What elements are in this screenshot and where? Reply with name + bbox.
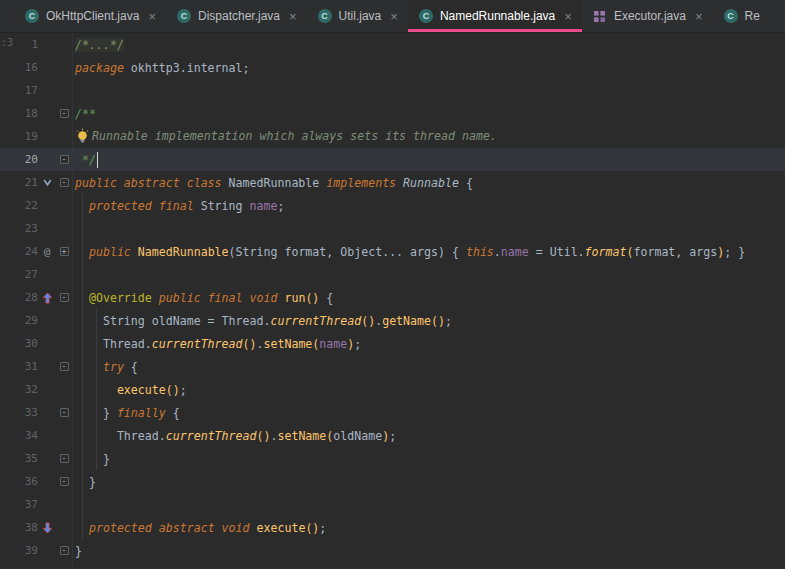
- line-number[interactable]: 39: [0, 544, 38, 557]
- at-sign-marker-icon[interactable]: @: [38, 240, 56, 263]
- fold-marker[interactable]: -: [56, 447, 72, 470]
- editor-body[interactable]: :3 1/*...*/16package okhttp3.internal;17…: [0, 33, 785, 569]
- code-text[interactable]: Thread.currentThread().setName(oldName);: [72, 429, 785, 443]
- line-number[interactable]: 32: [0, 383, 38, 396]
- line-number[interactable]: 37: [0, 498, 38, 511]
- code-text[interactable]: }: [72, 452, 785, 466]
- fold-end-icon[interactable]: -: [60, 477, 69, 486]
- tab-okhttpclient-java[interactable]: COkHttpClient.java×: [14, 0, 166, 32]
- code-text[interactable]: Thread.currentThread().setName(name);: [72, 337, 785, 351]
- line-number[interactable]: 38: [0, 521, 38, 534]
- code-line-29[interactable]: 29 String oldName = Thread.currentThread…: [0, 309, 785, 332]
- code-line-34[interactable]: 34 Thread.currentThread().setName(oldNam…: [0, 424, 785, 447]
- code-line-28[interactable]: 28- @Override public final void run() {: [0, 286, 785, 309]
- code-line-23[interactable]: 23: [0, 217, 785, 240]
- code-line-22[interactable]: 22 protected final String name;: [0, 194, 785, 217]
- fold-start-icon[interactable]: -: [60, 293, 69, 302]
- line-number[interactable]: 28: [0, 291, 38, 304]
- code-line-37[interactable]: 37: [0, 493, 785, 516]
- fold-marker[interactable]: -: [56, 102, 72, 125]
- fold-start-icon[interactable]: -: [60, 109, 69, 118]
- code-line-36[interactable]: 36- }: [0, 470, 785, 493]
- code-text[interactable]: /**: [72, 107, 785, 121]
- line-number[interactable]: 1: [0, 38, 38, 51]
- fold-folded-icon[interactable]: +: [60, 247, 69, 256]
- code-text[interactable]: public abstract class NamedRunnable impl…: [72, 176, 785, 190]
- tab-re[interactable]: CRe: [713, 0, 770, 32]
- line-number[interactable]: 36: [0, 475, 38, 488]
- tab-close-icon[interactable]: ×: [390, 10, 398, 23]
- line-number[interactable]: 17: [0, 84, 38, 97]
- code-line-20[interactable]: 20- */: [0, 148, 785, 171]
- code-text[interactable]: }: [72, 475, 785, 489]
- implemented-method-icon[interactable]: [38, 516, 56, 539]
- code-line-17[interactable]: 17: [0, 79, 785, 102]
- code-line-24[interactable]: 24@+ public NamedRunnable(String format,…: [0, 240, 785, 263]
- fold-start-icon[interactable]: -: [60, 178, 69, 187]
- fold-marker[interactable]: -: [56, 470, 72, 493]
- fold-marker[interactable]: -: [56, 539, 72, 562]
- fold-marker[interactable]: -: [56, 286, 72, 309]
- code-text[interactable]: execute();: [72, 383, 785, 397]
- tab-close-icon[interactable]: ×: [695, 10, 703, 23]
- line-number[interactable]: 21: [0, 176, 38, 189]
- line-number[interactable]: 35: [0, 452, 38, 465]
- tab-close-icon[interactable]: ×: [289, 10, 297, 23]
- fold-start-icon[interactable]: -: [60, 408, 69, 417]
- tab-dispatcher-java[interactable]: CDispatcher.java×: [166, 0, 307, 32]
- subclassed-marker-icon[interactable]: [38, 171, 56, 194]
- fold-marker[interactable]: -: [56, 171, 72, 194]
- line-number[interactable]: 24: [0, 245, 38, 258]
- code-line-32[interactable]: 32 execute();: [0, 378, 785, 401]
- code-line-1[interactable]: 1/*...*/: [0, 33, 785, 56]
- tab-close-icon[interactable]: ×: [148, 10, 156, 23]
- code-line-31[interactable]: 31- try {: [0, 355, 785, 378]
- code-text[interactable]: */: [72, 152, 785, 168]
- line-number[interactable]: 30: [0, 337, 38, 350]
- line-number[interactable]: 31: [0, 360, 38, 373]
- line-number[interactable]: 34: [0, 429, 38, 442]
- code-text[interactable]: String oldName = Thread.currentThread().…: [72, 314, 785, 328]
- code-line-21[interactable]: 21-public abstract class NamedRunnable i…: [0, 171, 785, 194]
- fold-marker[interactable]: -: [56, 355, 72, 378]
- code-text[interactable]: @Override public final void run() {: [72, 291, 785, 305]
- fold-marker[interactable]: -: [56, 401, 72, 424]
- code-text[interactable]: protected abstract void execute();: [72, 521, 785, 535]
- line-number[interactable]: 19: [0, 130, 38, 143]
- tab-namedrunnable-java[interactable]: CNamedRunnable.java×: [408, 0, 582, 32]
- code-line-19[interactable]: 19Runnable implementation which always s…: [0, 125, 785, 148]
- tab-close-icon[interactable]: ×: [564, 10, 572, 23]
- line-number[interactable]: 27: [0, 268, 38, 281]
- code-line-33[interactable]: 33- } finally {: [0, 401, 785, 424]
- code-text[interactable]: /*...*/: [72, 38, 785, 52]
- code-text[interactable]: public NamedRunnable(String format, Obje…: [72, 245, 785, 259]
- code-line-18[interactable]: 18-/**: [0, 102, 785, 125]
- line-number[interactable]: 23: [0, 222, 38, 235]
- code-line-27[interactable]: 27: [0, 263, 785, 286]
- line-number[interactable]: 33: [0, 406, 38, 419]
- line-number[interactable]: 20: [0, 153, 38, 166]
- tab-util-java[interactable]: CUtil.java×: [307, 0, 408, 32]
- fold-end-icon[interactable]: -: [60, 546, 69, 555]
- code-text[interactable]: Runnable implementation which always set…: [72, 128, 785, 145]
- tab-executor-java[interactable]: Executor.java×: [582, 0, 713, 32]
- fold-end-icon[interactable]: -: [60, 454, 69, 463]
- fold-marker[interactable]: +: [56, 240, 72, 263]
- line-number[interactable]: 22: [0, 199, 38, 212]
- fold-start-icon[interactable]: -: [60, 362, 69, 371]
- line-number[interactable]: 18: [0, 107, 38, 120]
- code-text[interactable]: protected final String name;: [72, 199, 785, 213]
- code-text[interactable]: package okhttp3.internal;: [72, 61, 785, 75]
- overriding-method-icon[interactable]: [38, 286, 56, 309]
- code-line-35[interactable]: 35- }: [0, 447, 785, 470]
- code-line-30[interactable]: 30 Thread.currentThread().setName(name);: [0, 332, 785, 355]
- line-number[interactable]: 16: [0, 61, 38, 74]
- code-text[interactable]: }: [72, 544, 785, 558]
- code-text[interactable]: try {: [72, 360, 785, 374]
- code-line-38[interactable]: 38 protected abstract void execute();: [0, 516, 785, 539]
- code-text[interactable]: } finally {: [72, 406, 785, 420]
- fold-end-icon[interactable]: -: [60, 155, 69, 164]
- code-line-39[interactable]: 39-}: [0, 539, 785, 562]
- code-line-16[interactable]: 16package okhttp3.internal;: [0, 56, 785, 79]
- line-number[interactable]: 29: [0, 314, 38, 327]
